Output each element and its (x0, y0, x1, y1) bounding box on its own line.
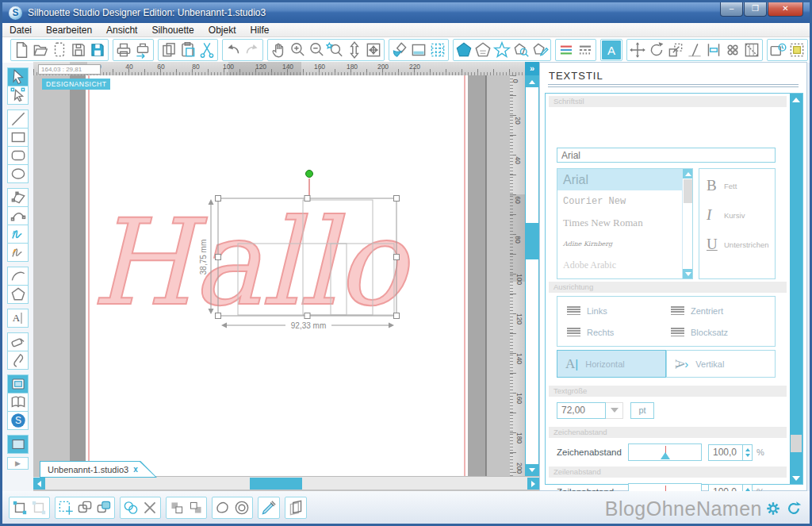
underline-option[interactable]: U Unterstrichen (707, 236, 775, 253)
rounded-rectangle-tool[interactable] (7, 146, 29, 165)
zoom-in-icon[interactable] (288, 40, 307, 60)
trace-icon[interactable] (787, 40, 806, 60)
maximize-button[interactable]: ❐ (744, 2, 767, 17)
play-button[interactable]: ▶ (7, 457, 29, 470)
menu-objekt[interactable]: Objekt (201, 25, 243, 36)
print-send-icon[interactable] (133, 40, 152, 60)
close-button[interactable]: ✕ (768, 2, 803, 17)
orientation-vertical-option[interactable]: A› Vertikal (666, 350, 776, 378)
rectangle-tool[interactable] (7, 128, 29, 147)
horizontal-scrollbar[interactable] (33, 476, 539, 490)
color-picker-icon[interactable] (259, 498, 278, 517)
undo-icon[interactable] (224, 40, 243, 60)
offset-icon[interactable] (213, 498, 232, 517)
shadow-icon[interactable] (286, 498, 305, 517)
pan-icon[interactable] (269, 40, 288, 60)
design-canvas[interactable]: 20 40 60 80 100 120 140 160 180 200 220 … (33, 62, 539, 491)
vertical-scroll-thumb[interactable] (526, 223, 538, 259)
send-clock-icon[interactable] (768, 40, 787, 60)
font-list-item[interactable]: Adine Kirnberg (557, 233, 692, 255)
tab-close-icon[interactable]: x (133, 465, 138, 474)
shear-icon[interactable] (685, 40, 704, 60)
refresh-icon[interactable] (786, 501, 802, 516)
group-icon[interactable] (10, 498, 29, 517)
scale-icon[interactable] (666, 40, 685, 60)
expand-panel-button[interactable]: » (525, 62, 539, 75)
polygon-tool[interactable] (7, 188, 29, 207)
horizontal-scroll-thumb[interactable] (250, 478, 302, 490)
arc-tool[interactable] (7, 267, 29, 286)
curve-tool[interactable] (7, 206, 29, 225)
zoom-out-icon[interactable] (307, 40, 326, 60)
scroll-right-button[interactable] (527, 478, 539, 490)
scroll-up-button[interactable] (526, 76, 538, 87)
internal-offset-icon[interactable] (232, 498, 251, 517)
font-list-item[interactable]: Adobe Arabic (557, 255, 692, 276)
char-spacing-stepper[interactable] (743, 444, 753, 461)
align-icon[interactable] (704, 40, 723, 60)
line-tool[interactable] (7, 109, 29, 129)
select-tool[interactable] (7, 67, 29, 86)
canvas-drawing[interactable]: Hallo 38,75 mm (33, 75, 510, 476)
design-page-tool[interactable] (7, 374, 29, 394)
text-tool[interactable]: A (7, 309, 29, 328)
regular-polygon-tool[interactable] (7, 285, 29, 304)
scroll-left-button[interactable] (33, 478, 45, 490)
size-dropdown-icon[interactable] (606, 402, 623, 419)
weld-icon[interactable] (121, 498, 140, 517)
edit-points-tool[interactable] (7, 86, 29, 105)
menu-ansicht[interactable]: Ansicht (99, 25, 144, 36)
delete-icon[interactable] (140, 498, 159, 517)
ellipse-tool[interactable] (7, 164, 29, 183)
align-justify-option[interactable]: Blocksatz (671, 321, 775, 343)
save-to-library-icon[interactable] (88, 40, 107, 60)
align-left-option[interactable]: Links (567, 300, 671, 321)
panel-scrollbar[interactable] (790, 94, 802, 484)
settings-gear-icon[interactable] (765, 501, 781, 516)
smooth-freehand-tool[interactable] (7, 243, 29, 262)
scroll-down-button[interactable] (526, 464, 538, 475)
align-center-option[interactable]: Zentriert (671, 300, 775, 321)
text-style-icon[interactable]: A (602, 40, 621, 60)
shape-outline-icon[interactable] (473, 40, 492, 60)
freehand-tool[interactable] (7, 225, 29, 244)
orientation-horizontal-option[interactable]: A| Horizontal (557, 350, 666, 378)
font-list[interactable]: Arial Courier New Times New Roman Adine … (557, 168, 693, 279)
bold-option[interactable]: B Fett (707, 177, 775, 194)
shape-star-icon[interactable] (492, 40, 511, 60)
save-icon[interactable] (69, 40, 88, 60)
vertical-scrollbar[interactable] (525, 75, 539, 476)
drag-zoom-icon[interactable] (345, 40, 364, 60)
scroll-down-button[interactable] (683, 269, 693, 278)
menu-hilfe[interactable]: Hilfe (243, 25, 276, 36)
scroll-thumb[interactable] (684, 179, 692, 203)
line-style-icon[interactable] (576, 40, 595, 60)
bring-forward-icon[interactable] (167, 498, 186, 517)
char-spacing-slider[interactable] (628, 443, 702, 461)
font-name-input[interactable] (557, 148, 776, 163)
duplicate-icon[interactable] (75, 498, 94, 517)
eraser-tool[interactable] (7, 332, 29, 351)
title-bar[interactable]: S Silhouette Studio Designer Edition: Un… (2, 2, 810, 23)
shape-filled-icon[interactable] (454, 40, 473, 60)
rotate-icon[interactable] (647, 40, 666, 60)
store-tool[interactable]: S (7, 411, 29, 430)
document-tab[interactable]: Unbenannt-1.studio3 x (40, 461, 157, 478)
font-list-item[interactable]: Times New Roman (557, 212, 692, 233)
fit-to-page-icon[interactable] (364, 40, 383, 60)
minimize-button[interactable]: – (720, 2, 743, 17)
shape-magnify-icon[interactable] (511, 40, 530, 60)
scroll-thumb[interactable] (791, 435, 802, 452)
shape-draw-icon[interactable] (530, 40, 550, 60)
paste-icon[interactable] (178, 40, 197, 60)
font-list-item[interactable]: Arial (557, 169, 692, 190)
print-icon[interactable] (114, 40, 133, 60)
artwork-text[interactable]: Hallo (91, 194, 412, 332)
line-color-icon[interactable] (557, 40, 576, 60)
select-all-icon[interactable] (56, 498, 75, 517)
font-list-scrollbar[interactable] (682, 169, 692, 278)
duplicate-move-icon[interactable] (94, 498, 113, 517)
italic-option[interactable]: I Kursiv (707, 206, 775, 224)
cut-icon[interactable] (197, 40, 216, 60)
send-backward-icon[interactable] (186, 498, 205, 517)
